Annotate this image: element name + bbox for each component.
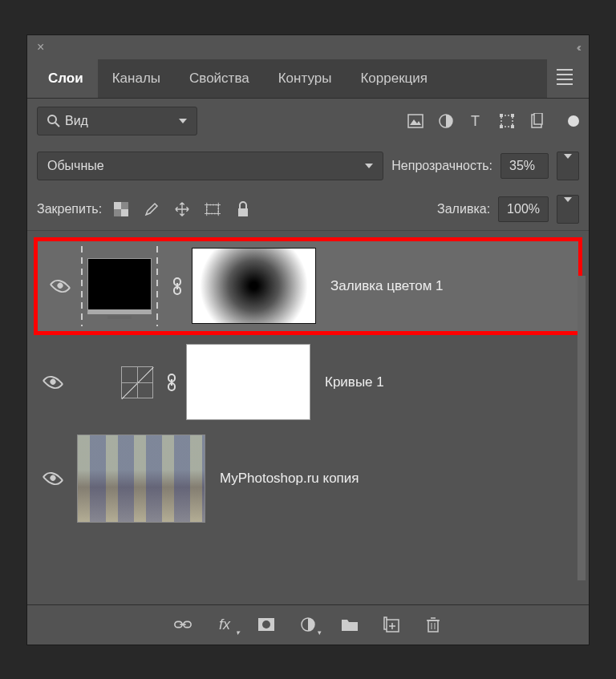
filter-shape-icon[interactable]: [499, 113, 515, 129]
svg-rect-37: [428, 620, 438, 632]
svg-rect-15: [121, 209, 128, 216]
opacity-label: Непрозрачность:: [391, 159, 492, 173]
visibility-icon[interactable]: [50, 275, 71, 297]
layer-name-label[interactable]: Заливка цветом 1: [330, 278, 444, 294]
filter-kind-label: Вид: [65, 114, 88, 128]
tab-bar: Слои Каналы Свойства Контуры Коррекция: [27, 59, 589, 99]
new-adjustment-icon[interactable]: ▾: [299, 616, 317, 633]
fill-input[interactable]: 100%: [498, 196, 549, 222]
svg-rect-9: [500, 125, 503, 128]
blend-mode-dropdown[interactable]: Обычные: [37, 152, 383, 180]
layers-bottom-toolbar: fx▾ ▾: [27, 604, 589, 645]
lock-label: Закрепить:: [37, 202, 102, 216]
mask-thumbnail[interactable]: [186, 344, 310, 420]
close-icon[interactable]: ×: [37, 40, 44, 55]
filter-smart-icon[interactable]: [529, 113, 545, 129]
tab-properties[interactable]: Свойства: [175, 59, 264, 98]
svg-rect-8: [511, 114, 514, 117]
svg-rect-21: [238, 208, 248, 216]
svg-rect-2: [408, 115, 423, 127]
blend-mode-value: Обычные: [47, 159, 104, 173]
lock-move-icon[interactable]: [174, 201, 190, 217]
search-icon: [47, 115, 60, 127]
layer-filter-dropdown[interactable]: Вид: [37, 107, 197, 135]
svg-rect-6: [501, 115, 513, 127]
mask-link-icon[interactable]: [171, 277, 184, 296]
layer-row-curves[interactable]: Кривые 1: [30, 338, 586, 426]
chevron-down-icon: [179, 119, 187, 123]
scrollbar[interactable]: [578, 276, 586, 580]
lock-brush-icon[interactable]: [144, 201, 160, 217]
add-mask-icon[interactable]: [257, 616, 275, 633]
layer-row-image[interactable]: MyPhotoshop.ru копия: [30, 426, 586, 531]
collapse-icon[interactable]: ‹‹: [577, 41, 579, 54]
filter-text-icon[interactable]: T: [468, 113, 484, 129]
fill-dropdown-button[interactable]: [557, 195, 579, 224]
layer-thumbnail[interactable]: [77, 434, 205, 523]
layer-name-label[interactable]: Кривые 1: [325, 374, 384, 390]
scrollbar-thumb[interactable]: [578, 276, 586, 580]
blend-row: Обычные Непрозрачность: 35%: [27, 143, 589, 188]
filter-row: Вид T: [27, 99, 589, 143]
link-layers-icon[interactable]: [174, 616, 192, 633]
layers-list: Заливка цветом 1 Кривые 1 MyPhotoshop.ru…: [27, 231, 589, 534]
lock-all-icon[interactable]: [235, 201, 251, 217]
opacity-dropdown-button[interactable]: [557, 152, 579, 180]
layer-thumbnail[interactable]: [87, 258, 152, 314]
trash-icon[interactable]: [424, 616, 442, 633]
tab-adjustments[interactable]: Коррекция: [346, 59, 442, 98]
fill-label: Заливка:: [437, 202, 490, 216]
tab-paths[interactable]: Контуры: [264, 59, 346, 98]
lock-artboard-icon[interactable]: [205, 201, 221, 217]
lock-transparency-icon[interactable]: [113, 201, 129, 217]
visibility-icon[interactable]: [43, 371, 64, 393]
filter-image-icon[interactable]: [407, 113, 424, 129]
layer-name-label[interactable]: MyPhotoshop.ru копия: [220, 471, 359, 487]
panel-menu-icon[interactable]: [547, 66, 582, 91]
tab-channels[interactable]: Каналы: [98, 59, 175, 98]
svg-point-0: [48, 115, 56, 123]
indent-separator: [156, 246, 158, 326]
indent-separator: [81, 246, 83, 326]
mask-thumbnail[interactable]: [192, 248, 316, 324]
svg-line-1: [55, 123, 59, 127]
svg-rect-7: [500, 114, 503, 117]
svg-rect-14: [114, 202, 121, 209]
filter-adjust-icon[interactable]: [438, 113, 454, 129]
layer-thumbnail[interactable]: [117, 362, 157, 402]
layers-panel: × ‹‹ Слои Каналы Свойства Контуры Коррек…: [27, 35, 589, 645]
chevron-down-icon: [365, 164, 373, 168]
mask-link-icon[interactable]: [165, 373, 178, 392]
svg-point-32: [262, 620, 270, 628]
svg-rect-16: [207, 204, 219, 213]
layer-row-fill[interactable]: Заливка цветом 1: [34, 237, 582, 335]
visibility-icon[interactable]: [43, 467, 64, 489]
svg-rect-12: [534, 113, 542, 124]
new-layer-icon[interactable]: [383, 616, 400, 633]
svg-rect-10: [511, 125, 514, 128]
filter-toggle[interactable]: [568, 115, 579, 127]
fx-icon[interactable]: fx▾: [216, 616, 233, 633]
svg-text:T: T: [471, 114, 480, 128]
lock-row: Закрепить: Заливка: 100%: [27, 188, 589, 231]
opacity-input[interactable]: 35%: [500, 153, 549, 179]
tab-layers[interactable]: Слои: [34, 59, 98, 98]
new-group-icon[interactable]: [341, 616, 359, 633]
svg-marker-3: [410, 119, 421, 125]
panel-titlebar: × ‹‹: [27, 35, 589, 59]
